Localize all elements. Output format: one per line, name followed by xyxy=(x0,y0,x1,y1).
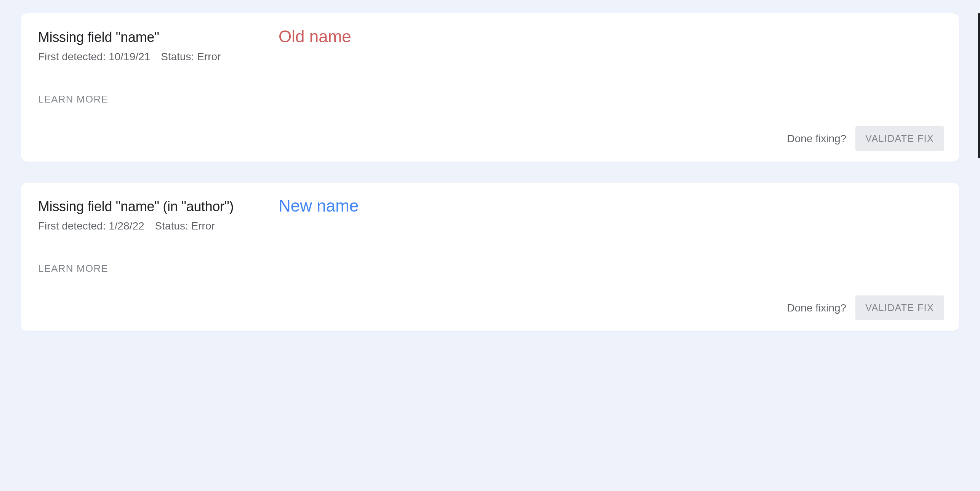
done-fixing-label: Done fixing? xyxy=(787,133,847,145)
status-value: Error xyxy=(191,220,215,232)
first-detected: First detected: 10/19/21 xyxy=(38,51,150,63)
first-detected-value: 1/28/22 xyxy=(109,220,144,232)
validate-fix-button[interactable]: VALIDATE FIX xyxy=(855,126,944,151)
meta-row: First detected: 1/28/22 Status: Error xyxy=(38,220,942,232)
first-detected-label: First detected: xyxy=(38,220,106,232)
issue-card-new: Missing field "name" (in "author") New n… xyxy=(21,183,959,331)
status-label: Status: xyxy=(155,220,188,232)
issue-title: Missing field "name" xyxy=(38,29,159,45)
annotation-old: Old name xyxy=(279,27,351,46)
title-row: Missing field "name" (in "author") New n… xyxy=(38,199,942,215)
issue-title: Missing field "name" (in "author") xyxy=(38,199,234,215)
learn-more-link[interactable]: LEARN MORE xyxy=(38,93,108,105)
annotation-new: New name xyxy=(279,196,359,215)
card-header: Missing field "name" (in "author") New n… xyxy=(21,183,959,286)
first-detected-value: 10/19/21 xyxy=(109,51,150,63)
status: Status: Error xyxy=(161,51,221,63)
validate-fix-button[interactable]: VALIDATE FIX xyxy=(855,295,944,320)
card-footer: Done fixing? VALIDATE FIX xyxy=(21,117,959,162)
title-row: Missing field "name" Old name xyxy=(38,29,942,45)
status: Status: Error xyxy=(155,220,215,232)
card-header: Missing field "name" Old name First dete… xyxy=(21,13,959,117)
first-detected-label: First detected: xyxy=(38,51,106,63)
first-detected: First detected: 1/28/22 xyxy=(38,220,144,232)
meta-row: First detected: 10/19/21 Status: Error xyxy=(38,51,942,63)
learn-more-link[interactable]: LEARN MORE xyxy=(38,263,108,274)
card-footer: Done fixing? VALIDATE FIX xyxy=(21,286,959,331)
done-fixing-label: Done fixing? xyxy=(787,302,847,314)
status-label: Status: xyxy=(161,51,194,63)
status-value: Error xyxy=(197,51,221,63)
page-container: Missing field "name" Old name First dete… xyxy=(21,13,959,331)
issue-card-old: Missing field "name" Old name First dete… xyxy=(21,13,959,162)
scrollbar-thumb[interactable] xyxy=(978,13,980,158)
